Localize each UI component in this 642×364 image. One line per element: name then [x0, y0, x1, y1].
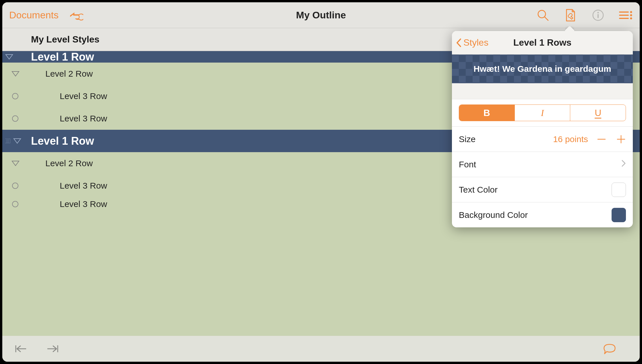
indent-icon	[46, 344, 59, 354]
back-to-styles-button[interactable]: Styles	[452, 37, 488, 48]
row-handle[interactable]	[2, 93, 31, 99]
background-color-swatch[interactable]	[612, 208, 626, 222]
size-value: 16 points	[553, 134, 588, 144]
svg-point-9	[630, 14, 632, 16]
svg-point-10	[630, 17, 632, 19]
plus-icon	[616, 134, 626, 144]
disclosure-triangle-open-icon	[11, 70, 20, 77]
wrench-document-icon	[565, 8, 576, 22]
svg-point-3	[597, 12, 599, 13]
info-button[interactable]	[591, 8, 605, 22]
row-handle[interactable]	[2, 70, 31, 77]
row-handle[interactable]	[2, 183, 31, 189]
row-handle[interactable]	[2, 160, 31, 167]
back-label: Styles	[463, 37, 488, 48]
list-icon	[618, 10, 633, 21]
indent-button[interactable]	[45, 342, 60, 356]
style-preview: Hwæt! We Gardena in geardagum	[452, 55, 633, 83]
search-icon	[537, 9, 549, 22]
section-spacer	[452, 83, 633, 99]
font-row[interactable]: Font	[452, 152, 633, 177]
row-handle[interactable]	[2, 201, 31, 207]
text-format-segmented: B I U	[459, 104, 626, 121]
svg-point-8	[630, 11, 632, 13]
bullet-icon	[12, 93, 18, 99]
row-handle[interactable]	[2, 115, 31, 122]
inspector-button[interactable]	[563, 8, 578, 22]
chevron-right-icon	[621, 159, 626, 169]
style-inspector-popover: Styles Level 1 Rows Hwæt! We Gardena in …	[452, 31, 633, 227]
svg-line-1	[545, 17, 548, 20]
popover-arrow	[565, 26, 574, 31]
row-handle[interactable]	[2, 138, 31, 144]
size-decrease-button[interactable]	[597, 134, 606, 144]
row-handle[interactable]	[2, 53, 31, 60]
note-toggle-button[interactable]	[602, 342, 617, 356]
minus-icon	[597, 134, 606, 144]
undo-icon	[69, 9, 83, 21]
bold-toggle[interactable]: B	[459, 105, 515, 121]
toolbar-right	[512, 8, 633, 22]
svg-rect-4	[597, 14, 599, 18]
toolbar: Documents My Outline	[2, 2, 640, 28]
chevron-left-icon	[456, 38, 462, 48]
size-increase-button[interactable]	[616, 134, 626, 144]
text-color-row[interactable]: Text Color	[452, 177, 633, 202]
popover-header: Styles Level 1 Rows	[452, 31, 633, 55]
search-button[interactable]	[536, 8, 550, 22]
outdent-button[interactable]	[14, 342, 28, 356]
italic-toggle[interactable]: I	[515, 105, 570, 121]
size-row: Size 16 points	[452, 126, 633, 152]
bullet-icon	[12, 201, 18, 207]
document-title: My Outline	[138, 9, 504, 21]
size-stepper	[597, 134, 626, 144]
bullet-icon	[12, 183, 18, 189]
documents-button[interactable]: Documents	[9, 9, 59, 21]
app-window: Documents My Outline	[2, 2, 640, 362]
outline-view-button[interactable]	[618, 8, 633, 22]
undo-button[interactable]	[69, 8, 83, 22]
info-icon	[592, 9, 604, 22]
disclosure-triangle-open-icon	[11, 160, 20, 167]
speech-bubble-icon	[602, 342, 617, 355]
note-icon[interactable]	[5, 139, 10, 143]
size-label: Size	[459, 134, 553, 144]
outdent-icon	[15, 344, 27, 354]
disclosure-triangle-open-icon	[13, 138, 21, 144]
toolbar-left: Documents	[9, 8, 130, 22]
font-label: Font	[459, 160, 621, 169]
bottom-toolbar	[2, 336, 640, 362]
text-color-swatch[interactable]	[612, 183, 626, 197]
underline-toggle[interactable]: U	[570, 105, 626, 121]
background-color-row[interactable]: Background Color	[452, 202, 633, 227]
disclosure-triangle-open-icon	[5, 53, 13, 60]
text-color-label: Text Color	[459, 185, 612, 195]
bullet-icon	[12, 115, 18, 122]
background-color-label: Background Color	[459, 210, 612, 220]
